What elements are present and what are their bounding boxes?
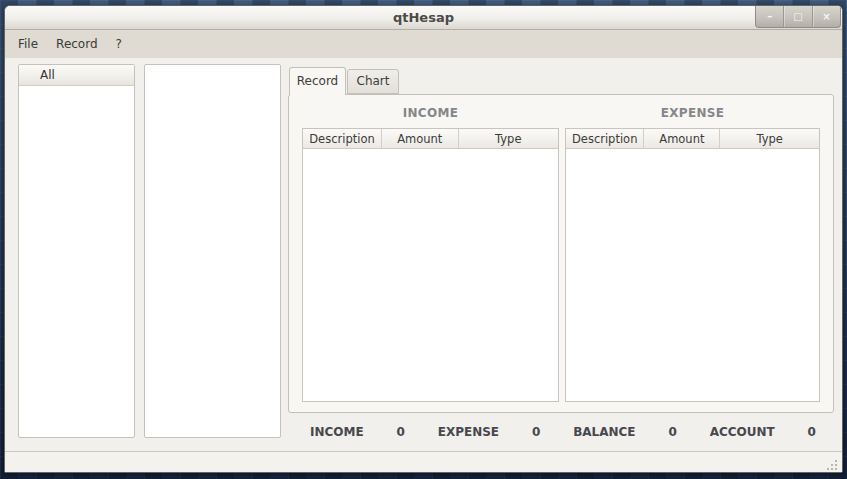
total-expense-label: EXPENSE xyxy=(438,425,499,439)
close-icon: × xyxy=(822,11,830,22)
income-col-amount[interactable]: Amount xyxy=(382,129,459,149)
income-table[interactable]: Description Amount Type xyxy=(302,128,559,402)
application-window: qtHesap – □ × File Record ? All xyxy=(4,5,843,473)
menu-item-file[interactable]: File xyxy=(9,33,47,55)
income-col-type[interactable]: Type xyxy=(459,129,558,149)
expense-section: EXPENSE Description Amount Type xyxy=(565,95,820,412)
totals-row: INCOME 0 EXPENSE 0 BALANCE 0 ACCOUNT 0 xyxy=(288,416,834,448)
expense-caption: EXPENSE xyxy=(565,106,820,120)
close-button[interactable]: × xyxy=(812,6,840,27)
expense-col-type[interactable]: Type xyxy=(720,129,819,149)
resize-grip-icon[interactable] xyxy=(827,459,838,470)
total-income-label: INCOME xyxy=(310,425,364,439)
income-table-header: Description Amount Type xyxy=(303,129,558,149)
total-account-value: 0 xyxy=(808,425,816,439)
expense-col-amount[interactable]: Amount xyxy=(644,129,720,149)
window-title: qtHesap xyxy=(5,6,842,29)
records-list-panel[interactable] xyxy=(144,64,281,438)
record-tab-pane: INCOME Description Amount Type EXPENSE D… xyxy=(288,94,834,413)
income-col-description[interactable]: Description xyxy=(303,129,382,149)
minimize-button[interactable]: – xyxy=(756,6,783,27)
menu-bar: File Record ? xyxy=(5,30,842,58)
total-account-label: ACCOUNT xyxy=(710,425,775,439)
account-tree-panel: All xyxy=(18,64,135,438)
menu-item-record[interactable]: Record xyxy=(47,33,106,55)
tree-header-all[interactable]: All xyxy=(19,65,134,86)
total-balance-value: 0 xyxy=(668,425,676,439)
tab-chart[interactable]: Chart xyxy=(347,69,399,94)
income-section: INCOME Description Amount Type xyxy=(302,95,559,412)
minimize-icon: – xyxy=(767,11,772,22)
total-income-value: 0 xyxy=(397,425,405,439)
window-controls: – □ × xyxy=(755,6,841,28)
maximize-button[interactable]: □ xyxy=(783,6,811,27)
total-expense-value: 0 xyxy=(532,425,540,439)
income-caption: INCOME xyxy=(302,106,559,120)
tree-body[interactable] xyxy=(19,86,134,438)
tab-record[interactable]: Record xyxy=(289,67,346,95)
menu-item-help[interactable]: ? xyxy=(107,33,131,55)
title-bar[interactable]: qtHesap – □ × xyxy=(5,6,842,30)
status-bar xyxy=(5,451,842,473)
maximize-icon: □ xyxy=(793,11,802,22)
expense-table-header: Description Amount Type xyxy=(566,129,819,149)
expense-table[interactable]: Description Amount Type xyxy=(565,128,820,402)
desktop-background: qtHesap – □ × File Record ? All xyxy=(0,0,847,479)
total-balance-label: BALANCE xyxy=(573,425,635,439)
expense-col-description[interactable]: Description xyxy=(566,129,644,149)
